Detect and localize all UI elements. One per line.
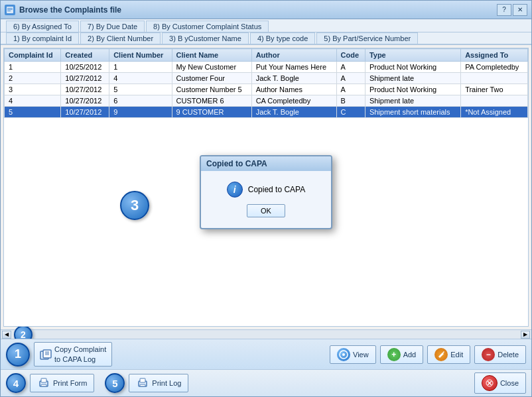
- close-button[interactable]: Close: [474, 372, 526, 394]
- copied-to-capa-dialog: Copied to CAPA i Copied to CAPA OK: [200, 155, 332, 229]
- table-row[interactable]: 110/25/20121My New CustomerPut Your Name…: [5, 62, 528, 73]
- add-icon: +: [387, 348, 401, 361]
- table-cell: 10/27/2012: [61, 73, 109, 84]
- table-cell: 4: [5, 95, 61, 107]
- table-cell: A: [336, 62, 365, 73]
- horizontal-scrollbar[interactable]: ◀ 2 ▶: [1, 329, 531, 339]
- table-cell: CA Completedby: [251, 95, 336, 107]
- print-log-area: 5 Print Log: [105, 373, 188, 393]
- svg-rect-1: [7, 8, 13, 9]
- dialog-message: i Copied to CAPA: [227, 182, 306, 198]
- delete-btn-label: Delete: [498, 351, 519, 359]
- print-log-button[interactable]: Print Log: [129, 374, 188, 392]
- close-icon: [482, 375, 498, 391]
- table-cell: *Not Assigned: [461, 107, 528, 118]
- close-btn-label: Close: [500, 379, 519, 387]
- content-area: Complaint Id Created Client Number Clien…: [1, 45, 531, 339]
- svg-rect-2: [7, 9, 13, 10]
- scroll-right-button[interactable]: ▶: [521, 331, 530, 339]
- table-cell: 4: [109, 73, 172, 84]
- tab-1[interactable]: 1) By complaint Id: [6, 32, 79, 44]
- table-cell: Author Names: [251, 84, 336, 95]
- view-icon: [337, 348, 350, 361]
- table-cell: Product Not Working: [365, 84, 460, 95]
- copy-complaint-button[interactable]: Copy Complaintto CAPA Log: [34, 342, 112, 367]
- delete-icon: −: [482, 348, 495, 361]
- copy-icon: [40, 349, 52, 360]
- svg-rect-13: [41, 384, 46, 386]
- print-form-button[interactable]: Print Form: [30, 374, 94, 392]
- print-form-icon: [37, 376, 50, 390]
- table-cell: C: [336, 107, 365, 118]
- main-window: Browse the Complaints file ? ✕ 6) By Ass…: [0, 0, 532, 397]
- dialog-title: Copied to CAPA: [201, 156, 331, 171]
- svg-point-10: [342, 353, 345, 356]
- table-cell: Jack T. Bogle: [251, 107, 336, 118]
- table-cell: Customer Four: [172, 73, 251, 84]
- table-cell: B: [336, 95, 365, 107]
- col-code: Code: [336, 49, 365, 62]
- col-author: Author: [251, 49, 336, 62]
- col-complaint-id: Complaint Id: [5, 49, 61, 62]
- edit-btn-label: Edit: [450, 351, 463, 359]
- print-form-label: Print Form: [53, 379, 87, 387]
- table-cell: 10/27/2012: [61, 107, 109, 118]
- table-cell: 1: [5, 62, 61, 73]
- help-button[interactable]: ?: [497, 4, 511, 16]
- add-btn-label: Add: [403, 351, 417, 359]
- table-cell: 1: [109, 62, 172, 73]
- svg-rect-16: [140, 384, 145, 386]
- table-cell: A: [336, 73, 365, 84]
- table-row[interactable]: 510/27/201299 CUSTOMERJack T. BogleCShip…: [5, 107, 528, 118]
- table-row[interactable]: 310/27/20125Customer Number 5Author Name…: [5, 84, 528, 95]
- complaints-table: Complaint Id Created Client Number Clien…: [4, 48, 528, 118]
- tab-2[interactable]: 2) By Client Number: [80, 32, 161, 44]
- title-bar: Browse the Complaints file ? ✕: [1, 1, 531, 19]
- table-cell: Shipment late: [365, 95, 460, 107]
- table-row[interactable]: 210/27/20124Customer FourJack T. BogleAS…: [5, 73, 528, 84]
- table-cell: Customer Number 5: [172, 84, 251, 95]
- dialog-ok-button[interactable]: OK: [247, 204, 285, 217]
- table-cell: 3: [5, 84, 61, 95]
- step-2-indicator: 2: [14, 325, 33, 339]
- table-cell: [461, 95, 528, 107]
- table-cell: 6: [109, 95, 172, 107]
- table-cell: Shipment short materials: [365, 107, 460, 118]
- tab-6[interactable]: 6) By Assigned To: [6, 21, 79, 32]
- table-cell: CUSTOMER 6: [172, 95, 251, 107]
- delete-button[interactable]: − Delete: [474, 345, 526, 364]
- tab-7[interactable]: 7) By Due Date: [80, 21, 145, 32]
- scroll-left-button[interactable]: ◀: [2, 331, 11, 339]
- edit-button[interactable]: Edit: [427, 345, 470, 364]
- table-cell: 5: [5, 107, 61, 118]
- tab-4[interactable]: 4) By type code: [250, 32, 315, 44]
- col-assigned-to: Assigned To: [461, 49, 528, 62]
- dialog-body: i Copied to CAPA OK: [201, 171, 331, 228]
- print-log-label: Print Log: [152, 379, 181, 387]
- table-cell: Shipment late: [365, 73, 460, 84]
- table-cell: [461, 73, 528, 84]
- dialog-message-text: Copied to CAPA: [248, 185, 306, 194]
- tab-5[interactable]: 5) By Part/Service Number: [316, 32, 418, 44]
- window-icon: [5, 5, 15, 15]
- tab-3[interactable]: 3) B yCustomer Name: [162, 32, 249, 44]
- table-cell: Put Your Names Here: [251, 62, 336, 73]
- tab-8[interactable]: 8) By Customer Complaint Status: [146, 21, 269, 32]
- table-cell: PA Completedby: [461, 62, 528, 73]
- close-title-button[interactable]: ✕: [513, 4, 527, 16]
- copy-btn-label: Copy Complaintto CAPA Log: [54, 345, 106, 364]
- add-button[interactable]: + Add: [380, 345, 424, 364]
- svg-rect-5: [43, 350, 51, 358]
- nav-tabs-row2: 1) By complaint Id 2) By Client Number 3…: [1, 32, 531, 45]
- step-1-indicator: 1: [6, 343, 30, 367]
- info-icon: i: [227, 182, 243, 198]
- svg-rect-15: [140, 378, 145, 382]
- table-cell: Jack T. Bogle: [251, 73, 336, 84]
- table-cell: 10/27/2012: [61, 84, 109, 95]
- view-button[interactable]: View: [330, 345, 376, 364]
- edit-icon: [434, 348, 448, 361]
- table-row[interactable]: 410/27/20126CUSTOMER 6CA CompletedbyBShi…: [5, 95, 528, 107]
- footer-bar: 4 Print Form 5 Print Log Close: [1, 369, 531, 396]
- nav-tabs-row1: 6) By Assigned To 7) By Due Date 8) By C…: [1, 19, 531, 32]
- col-client-name: Client Name: [172, 49, 251, 62]
